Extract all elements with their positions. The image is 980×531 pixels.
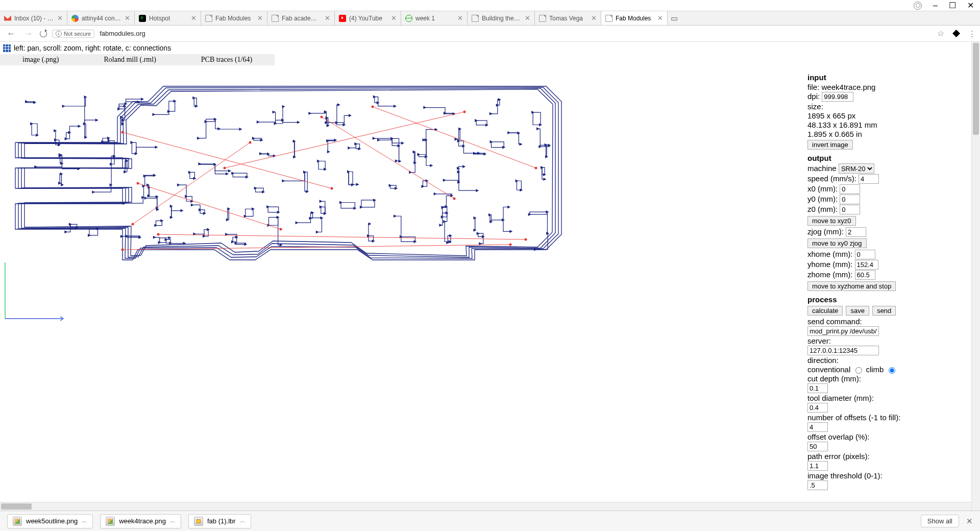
y0-label: y0 (mm): <box>807 195 840 203</box>
svg-line-268 <box>158 234 526 239</box>
calculate-button[interactable]: calculate <box>807 306 843 316</box>
tab-title: Inbox (10) - samanth <box>14 15 54 22</box>
direction-label: direction: <box>807 356 974 365</box>
show-all-downloads-button[interactable]: Show all <box>921 515 959 527</box>
yhome-input[interactable] <box>855 260 878 270</box>
window-close-icon[interactable]: ✕ <box>967 1 974 10</box>
offsets-label: number of offsets (-1 to fill): <box>807 413 974 422</box>
browser-tab[interactable]: Building the FabTin✕ <box>468 11 535 25</box>
offsets-input[interactable] <box>807 422 828 432</box>
browser-tab[interactable]: attiny44 connection✕ <box>67 11 135 25</box>
new-tab-button[interactable]: ▭ <box>668 11 681 25</box>
site-security[interactable]: i Not secure <box>52 30 94 38</box>
tab-close-icon[interactable]: ✕ <box>125 14 130 22</box>
speed-label: speed (mm/s): <box>807 174 859 183</box>
cutdepth-input[interactable] <box>807 383 828 393</box>
svg-marker-82 <box>239 128 242 131</box>
xhome-input[interactable] <box>855 250 875 259</box>
browser-tab[interactable]: Fab Modules✕ <box>601 11 668 25</box>
url-text[interactable]: fabmodules.org <box>100 30 932 37</box>
dpi-input[interactable] <box>822 92 853 102</box>
window-minimize-icon[interactable]: – <box>933 1 938 10</box>
profile-icon[interactable] <box>914 2 922 10</box>
vertical-scrollbar[interactable] <box>971 42 980 511</box>
tab-close-icon[interactable]: ✕ <box>191 14 197 22</box>
move-xy0zjog-button[interactable]: move to xy0 zjog <box>807 238 867 248</box>
toolpath-canvas[interactable] <box>0 66 801 502</box>
security-text: Not secure <box>64 31 91 37</box>
sendcmd-input[interactable] <box>807 326 879 336</box>
download-name: week4trace.png <box>119 517 166 525</box>
tab-close-icon[interactable]: ✕ <box>525 14 530 22</box>
modules-grid-icon[interactable] <box>3 44 11 52</box>
svg-marker-166 <box>92 190 95 194</box>
extension-icon[interactable] <box>952 30 960 37</box>
browser-tab[interactable]: Fab academy2015 A✕ <box>267 11 335 25</box>
chevron-up-icon[interactable]: ︿ <box>170 517 176 525</box>
svg-marker-251 <box>507 205 510 208</box>
move-xyz0-button[interactable]: move to xyz0 <box>807 216 856 226</box>
option-pcb-traces[interactable]: PCB traces (1/64) <box>179 54 275 65</box>
machine-select[interactable]: SRM-20 <box>839 163 874 174</box>
favicon-icon <box>272 15 279 22</box>
browser-tab[interactable]: Tomas Vega✕ <box>535 11 601 25</box>
option-image[interactable]: image (.png) <box>0 54 82 65</box>
browser-tab[interactable]: Hotspot✕ <box>135 11 201 25</box>
download-name: fab (1).lbr <box>207 517 236 525</box>
reload-icon[interactable] <box>40 30 47 37</box>
overlap-input[interactable] <box>807 442 828 451</box>
chevron-up-icon[interactable]: ︿ <box>82 517 87 525</box>
tooldiam-input[interactable] <box>807 403 828 413</box>
patherr-input[interactable] <box>807 461 828 471</box>
overlap-label: offset overlap (%): <box>807 432 974 441</box>
move-home-button[interactable]: move to xyzhome and stop <box>807 281 896 291</box>
send-button[interactable]: send <box>872 306 896 316</box>
svg-line-274 <box>322 117 454 199</box>
tab-close-icon[interactable]: ✕ <box>391 14 397 22</box>
tab-close-icon[interactable]: ✕ <box>457 14 463 22</box>
y0-input[interactable] <box>840 195 860 204</box>
svg-marker-68 <box>217 127 220 130</box>
server-input[interactable] <box>807 346 879 355</box>
z0-input[interactable] <box>840 205 860 214</box>
speed-input[interactable] <box>859 174 879 184</box>
svg-marker-240 <box>257 120 260 124</box>
window-maximize-icon[interactable]: ☐ <box>949 1 956 10</box>
svg-marker-221 <box>54 129 57 132</box>
bookmark-star-icon[interactable]: ☆ <box>937 29 944 38</box>
browser-tab[interactable]: Inbox (10) - samanth✕ <box>0 11 67 25</box>
svg-line-271 <box>122 245 510 250</box>
zjog-input[interactable] <box>846 227 866 237</box>
conventional-radio[interactable] <box>855 367 862 374</box>
save-button[interactable]: save <box>846 306 869 316</box>
option-roland[interactable]: Roland mill (.rml) <box>82 54 179 65</box>
chevron-up-icon[interactable]: ︿ <box>240 517 246 525</box>
size-px: 1895 x 665 px <box>807 111 974 120</box>
browser-tab[interactable]: Fab Modules✕ <box>201 11 267 25</box>
back-icon[interactable]: ← <box>5 29 17 39</box>
climb-radio[interactable] <box>889 367 895 374</box>
download-item[interactable]: week5outline.png︿ <box>7 514 93 528</box>
tab-close-icon[interactable]: ✕ <box>657 14 663 22</box>
svg-marker-237 <box>308 112 311 115</box>
browser-menu-icon[interactable]: ⋮ <box>968 29 975 38</box>
svg-marker-35 <box>356 183 359 186</box>
forward-icon[interactable]: → <box>22 29 35 39</box>
favicon-icon <box>71 15 79 22</box>
tab-close-icon[interactable]: ✕ <box>257 14 263 22</box>
tab-close-icon[interactable]: ✕ <box>325 14 330 22</box>
tab-close-icon[interactable]: ✕ <box>57 14 63 22</box>
download-item[interactable]: fab (1).lbr︿ <box>188 514 251 528</box>
invert-image-button[interactable]: invert image <box>807 140 853 150</box>
horizontal-scrollbar[interactable]: ▶ <box>0 502 980 511</box>
browser-tab[interactable]: (4) YouTube✕ <box>335 11 401 25</box>
svg-point-260 <box>121 131 124 134</box>
browser-tab[interactable]: week 1✕ <box>401 11 468 25</box>
threshold-input[interactable] <box>807 480 828 490</box>
x0-input[interactable] <box>840 184 860 194</box>
tab-close-icon[interactable]: ✕ <box>591 14 597 22</box>
address-bar: ← → i Not secure fabmodules.org ☆ ⋮ <box>0 26 980 42</box>
downloads-close-icon[interactable]: ✕ <box>966 517 973 526</box>
zhome-input[interactable] <box>855 270 875 280</box>
download-item[interactable]: week4trace.png︿ <box>100 514 181 528</box>
